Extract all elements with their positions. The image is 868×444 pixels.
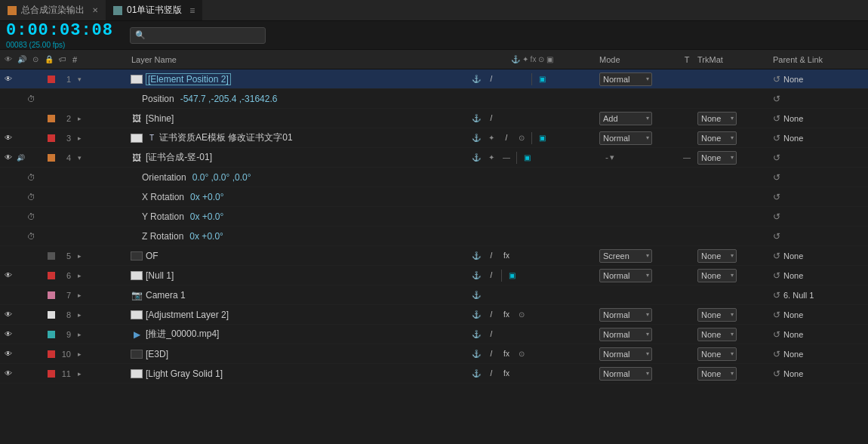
layer-11-audio[interactable] xyxy=(15,364,26,383)
layer-3-sw-anchor[interactable]: ⚓ xyxy=(469,131,483,145)
tab-composite-render[interactable]: 总合成渲染输出 ✕ xyxy=(0,0,106,20)
layer-2-spiral[interactable]: ↺ xyxy=(773,113,780,124)
layer-1-audio[interactable] xyxy=(15,69,26,88)
layer-2-label[interactable] xyxy=(47,109,56,128)
layer-9-trkmat-dd[interactable]: None▾ xyxy=(697,328,737,341)
layer-10-sw-slash[interactable]: / xyxy=(485,347,498,361)
layer-5-label[interactable] xyxy=(47,246,56,265)
layer-5-audio[interactable] xyxy=(15,246,26,265)
layer-6-trkmat-dd[interactable]: None▾ xyxy=(697,269,737,282)
layer-2-solo[interactable] xyxy=(26,109,36,128)
layer-5-trkmat-dd[interactable]: None▾ xyxy=(697,249,737,263)
layer-1-expand[interactable]: ▾ xyxy=(74,76,85,83)
layer-4-sw-dash[interactable]: — xyxy=(500,151,513,165)
layer-3-audio[interactable] xyxy=(15,128,26,147)
layer-10-mode-dropdown[interactable]: Normal▾ xyxy=(599,347,652,361)
layer-7-sw-anchor[interactable]: ⚓ xyxy=(469,288,483,302)
layer-1-visibility[interactable]: 👁 xyxy=(2,69,15,88)
layer-3-expand[interactable]: ▸ xyxy=(74,134,85,142)
layer-9-expand[interactable]: ▸ xyxy=(74,331,85,338)
layer-6-sw-cube[interactable]: ▣ xyxy=(505,269,519,282)
layer-row-2[interactable]: 2 ▸ 🖼 [Shine] ⚓ / Add▾ None▾ ↺ None xyxy=(0,109,868,128)
layer-1-label[interactable] xyxy=(47,69,56,88)
layer-4sub4-sw[interactable]: ⏱ xyxy=(27,232,35,241)
layer-1-mode-dropdown[interactable]: Normal▾ xyxy=(599,72,652,86)
layer-11-trkmat-dd[interactable]: None▾ xyxy=(697,367,737,381)
layer-11-spiral[interactable]: ↺ xyxy=(773,368,780,379)
layer-1-spiral-icon[interactable]: ↺ xyxy=(773,74,780,85)
layer-1-sw-slash[interactable]: / xyxy=(485,72,498,86)
layer-row-11[interactable]: 👁 11 ▸ [Light Gray Solid 1] ⚓ / fx Norma… xyxy=(0,364,868,384)
layer-10-sw-circle[interactable]: ⊙ xyxy=(515,347,528,361)
layer-6-spiral[interactable]: ↺ xyxy=(773,270,780,281)
layer-6-visibility[interactable]: 👁 xyxy=(2,266,15,285)
layer-4-sub3-spiral[interactable]: ↺ xyxy=(773,211,780,222)
layer-1-solo[interactable] xyxy=(26,69,36,88)
layer-8-spiral[interactable]: ↺ xyxy=(773,310,780,320)
layer-3-trkmat-dd[interactable]: None▾ xyxy=(697,131,737,145)
layer-7-solo[interactable] xyxy=(26,285,36,304)
layer-7-label[interactable] xyxy=(47,285,56,304)
layer-11-label[interactable] xyxy=(47,364,56,383)
layer-4-expand[interactable]: ▾ xyxy=(74,154,85,162)
layer-2-expand[interactable]: ▸ xyxy=(74,115,85,122)
layer-5-mode-dropdown[interactable]: Screen▾ xyxy=(599,249,652,263)
layer-9-solo[interactable] xyxy=(26,325,36,344)
layer-4-solo[interactable] xyxy=(26,148,36,167)
tab-close-1[interactable]: ✕ xyxy=(92,6,98,14)
layer-1sub-stopwatch[interactable]: ⏱ xyxy=(27,94,35,103)
layer-10-visibility[interactable]: 👁 xyxy=(2,344,15,363)
layer-5-sw-slash[interactable]: / xyxy=(485,249,498,263)
layer-row-10[interactable]: 👁 10 ▸ [E3D] ⚓ / fx ⊙ Normal▾ None▾ ↺ No… xyxy=(0,344,868,364)
layer-2-visibility[interactable] xyxy=(2,109,15,128)
layer-3-mode-dropdown[interactable]: Normal▾ xyxy=(599,131,652,145)
layer-8-sw-circle[interactable]: ⊙ xyxy=(515,308,528,322)
layer-7-expand[interactable]: ▸ xyxy=(74,291,85,299)
layer-row-7[interactable]: 7 ▸ 📷 Camera 1 ⚓ ↺ 6. Null 1 xyxy=(0,285,868,305)
layer-4sub3-sw[interactable]: ⏱ xyxy=(27,212,35,221)
layer-row-5[interactable]: 5 ▸ OF ⚓ / fx Screen▾ None▾ ↺ None xyxy=(0,246,868,266)
layer-5-spiral[interactable]: ↺ xyxy=(773,251,780,261)
layer-6-audio[interactable] xyxy=(15,266,26,285)
layer-4-sub4-spiral[interactable]: ↺ xyxy=(773,231,780,242)
layer-8-mode-dropdown[interactable]: Normal▾ xyxy=(599,308,652,322)
layer-5-solo[interactable] xyxy=(26,246,36,265)
layer-8-audio[interactable] xyxy=(15,305,26,324)
layer-row-8[interactable]: 👁 8 ▸ [Adjustment Layer 2] ⚓ / fx ⊙ Norm… xyxy=(0,305,868,325)
layer-3-sw-cube[interactable]: ▣ xyxy=(535,131,549,145)
layer-2-mode-dropdown[interactable]: Add▾ xyxy=(599,112,652,125)
layer-10-sw-fx[interactable]: fx xyxy=(500,347,513,361)
layer-11-visibility[interactable]: 👁 xyxy=(2,364,15,383)
layer-9-audio[interactable] xyxy=(15,325,26,344)
layer-11-sw-fx[interactable]: fx xyxy=(500,367,513,381)
layer-4-sw-star[interactable]: ✦ xyxy=(485,151,498,165)
layer-5-visibility[interactable] xyxy=(2,246,15,265)
layer-3-sw-star[interactable]: ✦ xyxy=(485,131,498,145)
layer-2-audio[interactable] xyxy=(15,109,26,128)
layer-3-solo[interactable] xyxy=(26,128,36,147)
tab-certificate[interactable]: 01单证书竖版 ≡ xyxy=(106,0,202,20)
layer-4-trkmat-dd[interactable]: None▾ xyxy=(697,151,737,165)
layer-9-spiral[interactable]: ↺ xyxy=(773,329,780,340)
layer-10-expand[interactable]: ▸ xyxy=(74,350,85,358)
layer-9-label[interactable] xyxy=(47,325,56,344)
layer-6-expand[interactable]: ▸ xyxy=(74,272,85,279)
layer-3-sw-slash[interactable]: / xyxy=(500,131,513,145)
layer-4-sub2-spiral[interactable]: ↺ xyxy=(773,192,780,202)
layer-3-visibility[interactable]: 👁 xyxy=(2,128,15,147)
layer-4-spiral[interactable]: ↺ xyxy=(773,153,780,163)
layer-6-solo[interactable] xyxy=(26,266,36,285)
layer-3-label[interactable] xyxy=(47,128,56,147)
layer-row-1[interactable]: 👁 1 ▾ [Element Position 2] ⚓ / ▣ Normal▾… xyxy=(0,69,868,89)
layer-9-sw-slash[interactable]: / xyxy=(485,328,498,341)
layer-2-sw-anchor[interactable]: ⚓ xyxy=(469,112,483,125)
layer-11-sw-slash[interactable]: / xyxy=(485,367,498,381)
layer-7-audio[interactable] xyxy=(15,285,26,304)
layer-6-mode-dropdown[interactable]: Normal▾ xyxy=(599,269,652,282)
layer-2-trkmat-dd[interactable]: None▾ xyxy=(697,112,737,125)
layer-3-sw-circle[interactable]: ⊙ xyxy=(515,131,528,145)
layer-4sub2-sw[interactable]: ⏱ xyxy=(27,193,35,202)
layer-9-sw-anchor[interactable]: ⚓ xyxy=(469,328,483,341)
layer-10-trkmat-dd[interactable]: None▾ xyxy=(697,347,737,361)
layer-5-expand[interactable]: ▸ xyxy=(74,252,85,260)
